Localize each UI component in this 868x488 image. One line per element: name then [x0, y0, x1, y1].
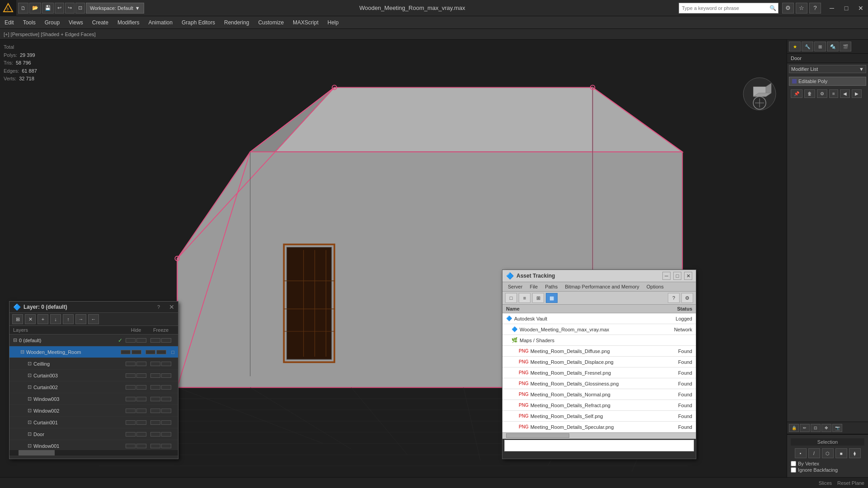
object-name-field[interactable]: Door [787, 54, 868, 63]
viewport-gizmo[interactable] [741, 76, 778, 112]
layer-0-freeze-icon[interactable] [150, 338, 160, 343]
delete-mod-button[interactable]: 🗑 [804, 89, 815, 98]
layer-curtain002-freeze-icon[interactable] [150, 385, 160, 390]
asset-tool-2[interactable]: ≡ [519, 293, 530, 303]
asset-config-btn[interactable]: ⚙ [681, 293, 693, 303]
asset-tool-1[interactable]: □ [505, 293, 517, 303]
ignore-backfacing-checkbox[interactable] [791, 467, 796, 473]
sel-poly-btn[interactable]: ■ [835, 448, 847, 458]
layer-expand-btn[interactable]: ← [88, 314, 99, 324]
layer-active-btn[interactable]: ⊞ [12, 314, 23, 324]
asset-menu-server[interactable]: Server [504, 283, 526, 290]
modifier-entry-editable-poly[interactable]: Editable Poly [789, 77, 866, 86]
asset-input-bar[interactable] [504, 440, 694, 451]
layer-row-curtain003[interactable]: ⊡ Curtain003 [9, 370, 178, 381]
workspace-dropdown[interactable]: Workspace: Default ▼ [86, 3, 144, 14]
bookmark-button[interactable]: ☆ [796, 3, 807, 14]
layer-row-curtain002[interactable]: ⊡ Curtain002 [9, 381, 178, 393]
menu-customize[interactable]: Customize [253, 18, 288, 28]
menu-modifiers[interactable]: Modifiers [113, 18, 144, 28]
layer-ceiling-hide-icon[interactable] [126, 362, 136, 366]
mod-snapshot-button[interactable]: 📷 [832, 424, 842, 432]
asset-row-self[interactable]: PNG Meeting_Room_Details_Self.png Found [502, 411, 696, 422]
search-input[interactable] [679, 5, 769, 12]
layer-window002-freeze-icon2[interactable] [161, 409, 171, 413]
layer-row-wooden[interactable]: ⊟ Wooden_Meeting_Room [9, 346, 178, 358]
layer-window002-freeze-icon[interactable] [150, 409, 160, 413]
layer-curtain003-hide-icon[interactable] [126, 373, 136, 378]
layer-curtain002-hide-icon[interactable] [126, 385, 136, 390]
search-options-button[interactable]: ⚙ [782, 3, 794, 14]
mod-sel-button[interactable]: ⊡ [811, 424, 821, 432]
modifier-list-dropdown[interactable]: Modifier List ▼ [789, 65, 866, 73]
layer-curtain003-freeze-icon2[interactable] [161, 373, 171, 378]
capture-button[interactable]: ⊡ [75, 3, 85, 14]
asset-row-diffuse[interactable]: PNG Meeting_Room_Details_Diffuse.png Fou… [502, 346, 696, 357]
layer-scroll-area[interactable]: ⊟ 0 (default) ✓ [9, 335, 178, 450]
layer-0-hide-icon2[interactable] [136, 338, 146, 343]
layer-hscroll-thumb[interactable] [19, 450, 55, 455]
asset-row-refract[interactable]: PNG Meeting_Room_Details_Refract.png Fou… [502, 400, 696, 411]
layer-row-window001[interactable]: ⊡ Window001 [9, 440, 178, 450]
layer-ceiling-hide-icon2[interactable] [136, 362, 146, 366]
asset-help-btn[interactable]: ? [668, 293, 680, 303]
asset-close-button[interactable]: ✕ [684, 272, 692, 280]
menu-views[interactable]: Views [64, 18, 88, 28]
layer-door-freeze-icon[interactable] [150, 432, 160, 437]
layer-row-ceiling[interactable]: ⊡ Ceilling [9, 358, 178, 370]
show-end-button[interactable]: ≡ [829, 89, 838, 98]
layer-panel-close[interactable]: ✕ [169, 303, 174, 311]
layer-0-freeze-icon2[interactable] [161, 338, 171, 343]
layer-door-freeze-icon2[interactable] [161, 432, 171, 437]
layer-curtain003-hide-icon2[interactable] [136, 373, 146, 378]
new-button[interactable]: 🗋 [18, 3, 28, 14]
layer-horizontal-scrollbar[interactable] [9, 450, 178, 455]
close-button[interactable]: ✕ [854, 0, 868, 16]
save-button[interactable]: 💾 [42, 3, 54, 14]
layer-wooden-freeze-icon[interactable] [145, 350, 155, 354]
asset-row-vault[interactable]: 🔷 Autodesk Vault Logged [502, 313, 696, 324]
menu-edit[interactable]: Edit [0, 18, 19, 28]
layer-door-hide-icon2[interactable] [136, 432, 146, 437]
asset-tool-4[interactable]: ▦ [546, 293, 558, 303]
layer-curtain001-freeze-icon[interactable] [150, 420, 160, 425]
mod-edit-button[interactable]: ✏ [800, 424, 810, 432]
asset-tool-3[interactable]: ⊞ [532, 293, 544, 303]
layer-wooden-hide-icon2[interactable] [131, 350, 141, 354]
layer-curtain003-freeze-icon[interactable] [150, 373, 160, 378]
display-button[interactable]: ⊞ [814, 42, 826, 51]
sel-edge-btn[interactable]: / [808, 448, 820, 458]
asset-row-normal[interactable]: PNG Meeting_Room_Details_Normal.png Foun… [502, 389, 696, 400]
undo-button[interactable]: ↩ [55, 3, 64, 14]
layer-help-button[interactable]: ? [157, 304, 160, 310]
viewport[interactable]: Total Polys: 29 399 Tris: 58 796 Edges: … [0, 40, 787, 477]
show-after-button[interactable]: ▶ [852, 89, 862, 98]
utilities-button[interactable]: 🔩 [827, 42, 839, 51]
menu-animation[interactable]: Animation [144, 18, 177, 28]
by-vertex-checkbox[interactable] [791, 461, 796, 466]
layer-curtain002-freeze-icon2[interactable] [161, 385, 171, 390]
asset-row-maxfile[interactable]: 🔷 Wooden_Meeting_Room_max_vray.max Netwo… [502, 324, 696, 335]
layer-row-curtain001[interactable]: ⊡ Curtain001 [9, 417, 178, 428]
layer-row-window002[interactable]: ⊡ Window002 [9, 405, 178, 417]
search-bar[interactable]: 🔍 [679, 3, 779, 14]
sel-border-btn[interactable]: ⬡ [822, 448, 834, 458]
asset-row-fresnel[interactable]: PNG Meeting_Room_Details_Fresnel.png Fou… [502, 367, 696, 378]
layer-window002-hide-icon[interactable] [126, 409, 136, 413]
render-setup-button[interactable]: 🎬 [840, 42, 851, 51]
menu-tools[interactable]: Tools [19, 18, 40, 28]
asset-row-glossiness[interactable]: PNG Meeting_Room_Details_Glossiness.png … [502, 378, 696, 389]
layer-wooden-freeze-icon2[interactable] [156, 350, 166, 354]
asset-hscroll-thumb[interactable] [506, 433, 569, 438]
layer-window002-hide-icon2[interactable] [136, 409, 146, 413]
layer-ceiling-freeze-icon2[interactable] [161, 362, 171, 366]
asset-maximize-button[interactable]: □ [673, 272, 681, 280]
configure-mod-button[interactable]: ⚙ [817, 89, 827, 98]
layer-row-window003[interactable]: ⊡ Window003 [9, 393, 178, 405]
layer-row-0[interactable]: ⊟ 0 (default) ✓ [9, 335, 178, 346]
sel-vertex-btn[interactable]: • [795, 448, 807, 458]
menu-create[interactable]: Create [88, 18, 113, 28]
layer-window003-freeze-icon2[interactable] [161, 397, 171, 401]
asset-hscrollbar[interactable] [502, 432, 696, 439]
help-button[interactable]: ? [809, 3, 821, 14]
